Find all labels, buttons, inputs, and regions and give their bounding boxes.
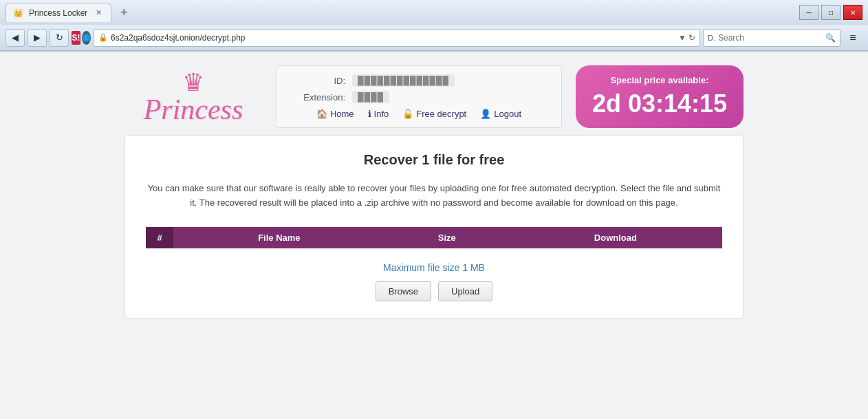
- logout-icon: 👤: [480, 109, 491, 119]
- address-bar[interactable]: 🔒 ▼ ↻: [94, 29, 700, 47]
- page-content: ♛ Princess ID: ██████████████ Extension:…: [0, 52, 868, 419]
- free-decrypt-label: Free decrypt: [416, 109, 466, 119]
- logout-label: Logout: [494, 109, 521, 119]
- favicon-area: S! 🌐: [72, 29, 91, 47]
- lock-nav-icon: 🔓: [402, 109, 413, 119]
- tab-title: Princess Locker: [29, 8, 87, 18]
- max-size-label: Maximum file size 1 MB: [383, 262, 485, 273]
- extension-value: ████: [352, 91, 389, 103]
- search-input[interactable]: [718, 33, 823, 43]
- address-input[interactable]: [111, 33, 675, 43]
- col-number: #: [146, 227, 173, 248]
- id-row: ID: ██████████████: [290, 74, 547, 87]
- id-label: ID:: [290, 76, 345, 86]
- title-bar: 👑 Princess Locker ✕ + ─ □ ✕: [0, 0, 868, 25]
- nav-bar: ◀ ▶ ↻ S! 🌐 🔒 ▼ ↻ D. 🔍 ≡: [0, 25, 868, 51]
- info-link[interactable]: ℹ Info: [368, 109, 389, 119]
- tab-close-button[interactable]: ✕: [93, 8, 104, 19]
- address-dropdown-button[interactable]: ▼: [678, 33, 686, 43]
- table-header-row: # File Name Size Download: [146, 227, 722, 248]
- timer-value: 2d 03:14:15: [592, 89, 727, 118]
- main-box: Recover 1 file for free You can make sur…: [124, 135, 744, 319]
- browser-chrome: 👑 Princess Locker ✕ + ─ □ ✕ ◀ ▶ ↻ S! 🌐 🔒…: [0, 0, 868, 52]
- home-icon: 🏠: [316, 109, 327, 119]
- col-download: Download: [509, 227, 722, 248]
- description: You can make sure that our software is r…: [146, 182, 722, 211]
- window-controls: ─ □ ✕: [799, 5, 862, 20]
- nav-links: 🏠 Home ℹ Info 🔓 Free decrypt 👤 Logout: [290, 109, 547, 119]
- maximize-button[interactable]: □: [821, 5, 840, 20]
- extension-label: Extension:: [290, 92, 345, 103]
- search-engine-icon: D.: [708, 34, 715, 42]
- logo-text: Princess: [144, 95, 243, 124]
- title-bar-left: 👑 Princess Locker ✕ +: [6, 3, 132, 22]
- forward-button[interactable]: ▶: [28, 29, 47, 47]
- browser-tab[interactable]: 👑 Princess Locker ✕: [6, 3, 111, 22]
- tab-favicon: 👑: [13, 8, 23, 18]
- refresh-button[interactable]: ↻: [50, 29, 69, 47]
- minimize-button[interactable]: ─: [799, 5, 818, 20]
- address-bar-right: ▼ ↻: [678, 33, 695, 43]
- col-size: Size: [385, 227, 509, 248]
- timer-label: Special price available:: [592, 75, 727, 85]
- home-link[interactable]: 🏠 Home: [316, 109, 354, 119]
- file-controls: Maximum file size 1 MB Browse Upload: [146, 262, 722, 301]
- info-box: ID: ██████████████ Extension: ████ 🏠 Hom…: [276, 65, 562, 128]
- button-row: Browse Upload: [376, 281, 493, 301]
- browser-menu-button[interactable]: ≡: [843, 29, 862, 47]
- browse-button[interactable]: Browse: [376, 281, 431, 301]
- addon-icon: 🌐: [82, 31, 91, 45]
- free-decrypt-link[interactable]: 🔓 Free decrypt: [402, 109, 466, 119]
- info-icon: ℹ: [368, 109, 371, 119]
- max-size-text: Maximum file size 1 MB: [383, 262, 485, 273]
- reload-address-button[interactable]: ↻: [688, 33, 695, 43]
- extension-row: Extension: ████: [290, 91, 547, 103]
- close-button[interactable]: ✕: [843, 5, 862, 20]
- back-button[interactable]: ◀: [6, 29, 25, 47]
- crown-icon: ♛: [182, 70, 204, 95]
- logout-link[interactable]: 👤 Logout: [480, 109, 521, 119]
- file-table: # File Name Size Download: [146, 227, 722, 248]
- home-link-label: Home: [330, 109, 354, 119]
- header-section: ♛ Princess ID: ██████████████ Extension:…: [124, 65, 744, 128]
- lock-icon: 🔒: [98, 33, 108, 42]
- main-title: Recover 1 file for free: [146, 152, 722, 168]
- info-link-label: Info: [374, 109, 389, 119]
- search-submit-button[interactable]: 🔍: [825, 33, 836, 43]
- timer-badge: Special price available: 2d 03:14:15: [576, 65, 744, 128]
- new-tab-button[interactable]: +: [116, 4, 132, 21]
- s-addon-icon: S!: [72, 31, 80, 45]
- search-bar[interactable]: D. 🔍: [703, 29, 840, 47]
- upload-button[interactable]: Upload: [438, 281, 492, 301]
- col-filename: File Name: [173, 227, 385, 248]
- id-value: ██████████████: [352, 74, 455, 87]
- logo-area: ♛ Princess: [124, 70, 262, 124]
